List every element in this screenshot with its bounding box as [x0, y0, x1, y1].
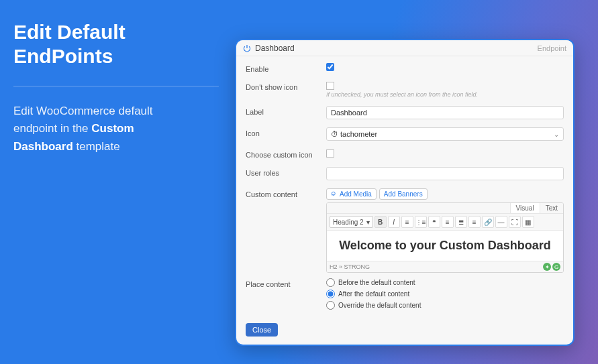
- label-label: Label: [246, 106, 326, 119]
- visual-tab[interactable]: Visual: [510, 203, 540, 213]
- endpoint-dialog: Dashboard Endpoint Enable Don't show ico…: [235, 39, 575, 346]
- choose-custom-icon-label: Choose custom icon: [246, 149, 326, 159]
- add-media-button[interactable]: Add Media: [326, 188, 377, 200]
- editor-content[interactable]: Welcome to your Custom Dashboard: [327, 231, 563, 261]
- editor-toolbar: Heading 2 ▾ B I ≡ ⋮≡ ❝ ≡ ≣ ≡ 🔗 — ⛶ ▦: [327, 214, 563, 231]
- editor: Visual Text Heading 2 ▾ B I ≡ ⋮≡ ❝ ≡ ≣ ≡…: [326, 202, 564, 273]
- left-panel: Edit Default EndPoints Edit WooCommerce …: [0, 0, 228, 364]
- field-dont-show-icon: Don't show icon If unchecked, you must s…: [246, 81, 564, 98]
- page-title: Edit Default EndPoints: [13, 20, 219, 68]
- dont-show-icon-label: Don't show icon: [246, 81, 326, 98]
- place-before-option[interactable]: Before the default content: [326, 278, 564, 287]
- choose-custom-icon-checkbox[interactable]: [326, 149, 334, 158]
- add-banners-button[interactable]: Add Banners: [379, 188, 428, 200]
- page-description: Edit WooCommerce default endpoint in the…: [13, 103, 219, 156]
- editor-path: H2 » STRONG: [330, 263, 370, 270]
- align-right-button[interactable]: ≡: [468, 216, 481, 228]
- place-override-option[interactable]: Override the default content: [326, 301, 564, 310]
- place-after-option[interactable]: After the default content: [326, 290, 564, 298]
- close-button[interactable]: Close: [246, 323, 278, 337]
- tachometer-icon: ⏱: [331, 130, 338, 138]
- editor-tabs: Visual Text: [327, 203, 563, 214]
- icon-select[interactable]: ⏱ tachometer ⌄: [326, 127, 564, 141]
- quote-button[interactable]: ❝: [428, 216, 440, 228]
- field-user-roles: User roles: [246, 167, 564, 180]
- dialog-body: Enable Don't show icon If unchecked, you…: [236, 56, 573, 319]
- title-line1: Edit Default: [13, 21, 126, 43]
- user-roles-input[interactable]: [326, 167, 564, 180]
- place-content-label: Place content: [246, 278, 326, 312]
- place-override-radio[interactable]: [326, 301, 335, 310]
- ol-button[interactable]: ⋮≡: [415, 216, 427, 228]
- dialog-type-label: Endpoint: [538, 44, 566, 52]
- field-place-content: Place content Before the default content…: [246, 278, 564, 312]
- bold-button[interactable]: B: [375, 216, 387, 228]
- dialog-footer: Close: [236, 319, 573, 345]
- place-after-radio[interactable]: [326, 290, 335, 298]
- divider: [13, 86, 219, 86]
- enable-label: Enable: [246, 63, 326, 73]
- dont-show-icon-checkbox[interactable]: [326, 82, 334, 90]
- dont-show-icon-hint: If unchecked, you must select an icon fr…: [326, 91, 564, 98]
- enable-checkbox[interactable]: [326, 63, 334, 71]
- badge-icon-2[interactable]: G: [552, 263, 560, 271]
- custom-content-label: Custom content: [246, 188, 326, 273]
- user-roles-label: User roles: [246, 167, 326, 180]
- editor-footer: H2 » STRONG ✦ G: [327, 261, 563, 272]
- media-icon: [331, 191, 338, 198]
- dialog-title: Dashboard: [255, 44, 538, 53]
- text-tab[interactable]: Text: [540, 203, 563, 213]
- badge-icon-1[interactable]: ✦: [543, 263, 551, 271]
- power-icon: [243, 44, 251, 52]
- field-enable: Enable: [246, 63, 564, 73]
- dialog-header: Dashboard Endpoint: [236, 40, 573, 56]
- toolbar-toggle-button[interactable]: ▦: [522, 216, 534, 228]
- link-button[interactable]: 🔗: [482, 216, 494, 228]
- fullscreen-button[interactable]: ⛶: [509, 216, 521, 228]
- format-select[interactable]: Heading 2 ▾: [330, 216, 373, 228]
- more-button[interactable]: —: [495, 216, 507, 228]
- italic-button[interactable]: I: [388, 216, 400, 228]
- field-custom-content: Custom content Add Media Add Banners Vis…: [246, 188, 564, 273]
- align-center-button[interactable]: ≣: [455, 216, 467, 228]
- icon-label: Icon: [246, 127, 326, 141]
- chevron-down-icon: ⌄: [554, 131, 559, 138]
- title-line2: EndPoints: [13, 45, 113, 67]
- label-input[interactable]: [326, 106, 564, 119]
- editor-badges: ✦ G: [543, 263, 560, 271]
- icon-value: tachometer: [340, 130, 377, 138]
- caret-down-icon: ▾: [366, 219, 370, 226]
- field-icon: Icon ⏱ tachometer ⌄: [246, 127, 564, 141]
- align-left-button[interactable]: ≡: [442, 216, 454, 228]
- place-before-radio[interactable]: [326, 278, 335, 287]
- ul-button[interactable]: ≡: [401, 216, 413, 228]
- field-label: Label: [246, 106, 564, 119]
- field-choose-custom-icon: Choose custom icon: [246, 149, 564, 159]
- media-buttons-row: Add Media Add Banners: [326, 188, 564, 200]
